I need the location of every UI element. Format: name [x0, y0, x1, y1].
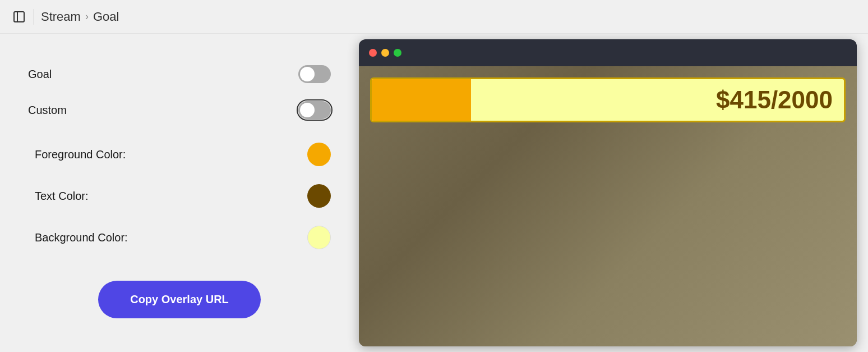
breadcrumb-stream[interactable]: Stream [41, 10, 81, 24]
breadcrumb-chevron-icon: › [85, 11, 89, 22]
goal-setting-row: Goal [28, 56, 331, 92]
foreground-color-label: Foreground Color: [28, 148, 126, 161]
breadcrumb-divider [34, 9, 34, 25]
goal-bar-container: $415/2000 [370, 77, 846, 122]
browser-window: $415/2000 [359, 39, 857, 346]
background-color-row: Background Color: [28, 217, 331, 258]
browser-content: $415/2000 [359, 66, 857, 346]
foreground-color-swatch[interactable] [307, 143, 331, 166]
text-color-swatch[interactable] [307, 184, 331, 208]
goal-label: Goal [28, 68, 52, 81]
background-color-label: Background Color: [28, 231, 128, 244]
copy-overlay-url-button[interactable]: Copy Overlay URL [98, 281, 261, 318]
custom-toggle[interactable] [298, 101, 331, 119]
text-color-label: Text Color: [28, 190, 89, 203]
goal-bar-amount: $415/2000 [716, 86, 833, 114]
traffic-light-yellow[interactable] [381, 49, 389, 57]
breadcrumb: Stream › Goal [41, 10, 119, 24]
background-color-swatch[interactable] [307, 226, 331, 249]
sidebar-toggle-button[interactable] [11, 9, 27, 25]
custom-label: Custom [28, 104, 67, 117]
custom-toggle-slider [298, 101, 331, 119]
header: Stream › Goal [0, 0, 868, 34]
left-panel: Goal Custom Foreground Color: Text Color… [0, 34, 359, 352]
goal-bar-progress [372, 79, 471, 121]
traffic-light-green[interactable] [394, 49, 401, 57]
goal-toggle[interactable] [298, 65, 331, 83]
custom-setting-row: Custom [28, 92, 331, 128]
main-content: Goal Custom Foreground Color: Text Color… [0, 34, 868, 352]
browser-titlebar [359, 39, 857, 66]
text-color-row: Text Color: [28, 175, 331, 217]
goal-toggle-slider [298, 65, 331, 83]
foreground-color-row: Foreground Color: [28, 134, 331, 175]
traffic-light-red[interactable] [369, 49, 377, 57]
right-panel: $415/2000 [359, 34, 868, 352]
breadcrumb-current-page: Goal [93, 10, 119, 24]
svg-rect-0 [14, 12, 24, 22]
